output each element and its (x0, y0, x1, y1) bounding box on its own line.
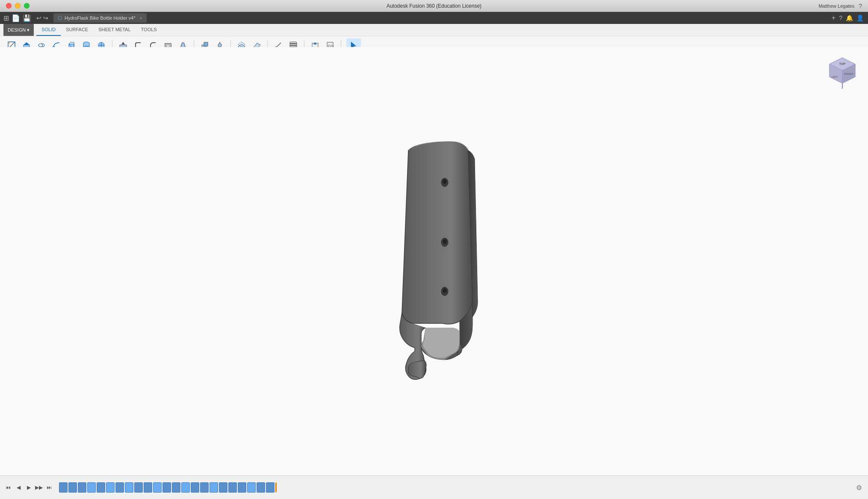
title-bar: Autodesk Fusion 360 (Education License) … (0, 0, 868, 12)
toolbar-tabs: SOLID SURFACE SHEET METAL TOOLS (36, 24, 162, 36)
timeline-controls: ⏮ ◀ ▶ ▶▶ ⏭ (3, 483, 54, 492)
svg-point-44 (443, 179, 447, 184)
timeline-item[interactable] (238, 482, 246, 493)
timeline-item[interactable] (219, 482, 227, 493)
timeline-bar: ⏮ ◀ ▶ ▶▶ ⏭ ⚙ (0, 476, 868, 499)
nav-cube[interactable]: TOP FRONT LEFT Z (825, 56, 859, 90)
timeline-item[interactable] (228, 482, 237, 493)
save-icon[interactable]: 💾 (23, 14, 31, 22)
timeline-item[interactable] (210, 482, 218, 493)
viewport[interactable]: TOP FRONT LEFT Z (0, 47, 868, 476)
app-title: Autodesk Fusion 360 (Education License) (387, 3, 481, 9)
file-icon[interactable]: 📄 (12, 14, 20, 22)
notifications-icon[interactable]: 🔔 (846, 15, 853, 21)
timeline-prev-button[interactable]: ◀ (14, 483, 23, 492)
tab-solid[interactable]: SOLID (36, 24, 61, 36)
help-icon[interactable]: ? (859, 3, 862, 9)
timeline-item[interactable] (125, 482, 133, 493)
tab-label: HydroFlask Bike Bottle Holder v4* (65, 15, 136, 21)
svg-rect-21 (166, 45, 170, 47)
timeline-start-button[interactable]: ⏮ (3, 483, 13, 492)
svg-text:FRONT: FRONT (844, 73, 853, 75)
timeline-next-button[interactable]: ▶▶ (34, 483, 44, 492)
svg-marker-4 (24, 42, 30, 45)
timeline-item[interactable] (78, 482, 86, 493)
minimize-button[interactable] (15, 3, 21, 9)
svg-text:Z: Z (841, 86, 844, 89)
app-grid-icon[interactable]: ⊞ (3, 14, 9, 22)
design-menu-button[interactable]: DESIGN ▾ (3, 23, 34, 36)
tab-surface[interactable]: SURFACE (61, 24, 93, 36)
timeline-item[interactable] (172, 482, 180, 493)
timeline-item[interactable] (162, 482, 171, 493)
timeline-play-button[interactable]: ▶ (24, 483, 33, 492)
timeline-item[interactable] (59, 482, 68, 493)
timeline-item[interactable] (266, 482, 275, 493)
svg-point-25 (218, 44, 221, 47)
user-icon[interactable]: 👤 (856, 15, 864, 21)
timeline-item[interactable] (191, 482, 199, 493)
svg-point-48 (443, 288, 447, 293)
timeline-item[interactable] (153, 482, 162, 493)
close-button[interactable] (6, 3, 12, 9)
timeline-item[interactable] (257, 482, 265, 493)
tab-bar: ⊞ 📄 💾 ↩ ↪ ⬡ HydroFlask Bike Bottle Holde… (0, 12, 868, 24)
svg-point-46 (443, 239, 447, 244)
traffic-lights[interactable] (6, 3, 30, 9)
title-bar-right: Matthew Legates ? (818, 3, 862, 9)
timeline-item[interactable] (181, 482, 190, 493)
timeline-end-button[interactable]: ⏭ (44, 483, 54, 492)
timeline-item[interactable] (87, 482, 96, 493)
redo-button[interactable]: ↪ (43, 15, 48, 21)
timeline-item[interactable] (97, 482, 105, 493)
undo-button[interactable]: ↩ (36, 15, 41, 21)
help-icon[interactable]: ? (839, 15, 842, 21)
timeline-item[interactable] (144, 482, 152, 493)
timeline-item[interactable] (106, 482, 115, 493)
timeline-item[interactable] (68, 482, 77, 493)
timeline-item[interactable] (200, 482, 209, 493)
user-name: Matthew Legates (818, 3, 854, 9)
svg-line-2 (9, 42, 15, 47)
svg-marker-19 (121, 42, 125, 44)
timeline-settings: ⚙ (853, 482, 865, 493)
timeline-items (59, 482, 852, 493)
svg-rect-24 (204, 42, 208, 46)
timeline-item[interactable] (115, 482, 124, 493)
maximize-button[interactable] (24, 3, 30, 9)
svg-line-9 (69, 42, 71, 44)
timeline-item[interactable] (134, 482, 143, 493)
tab-tools[interactable]: TOOLS (136, 24, 162, 36)
tab-bar-icons: + ? 🔔 👤 (832, 14, 864, 22)
tab-sheet-metal[interactable]: SHEET METAL (93, 24, 136, 36)
timeline-item[interactable] (247, 482, 256, 493)
tab-close-icon[interactable]: × (140, 16, 142, 21)
file-tab[interactable]: ⬡ HydroFlask Bike Bottle Holder v4* × (53, 13, 147, 23)
timeline-settings-button[interactable]: ⚙ (853, 482, 865, 493)
svg-text:LEFT: LEFT (832, 76, 838, 78)
3d-model (366, 138, 502, 385)
svg-point-5 (38, 44, 44, 47)
svg-text:TOP: TOP (839, 62, 846, 65)
tab-file-icon: ⬡ (58, 15, 62, 21)
new-tab-icon[interactable]: + (832, 14, 836, 22)
timeline-item-active[interactable] (275, 482, 277, 493)
